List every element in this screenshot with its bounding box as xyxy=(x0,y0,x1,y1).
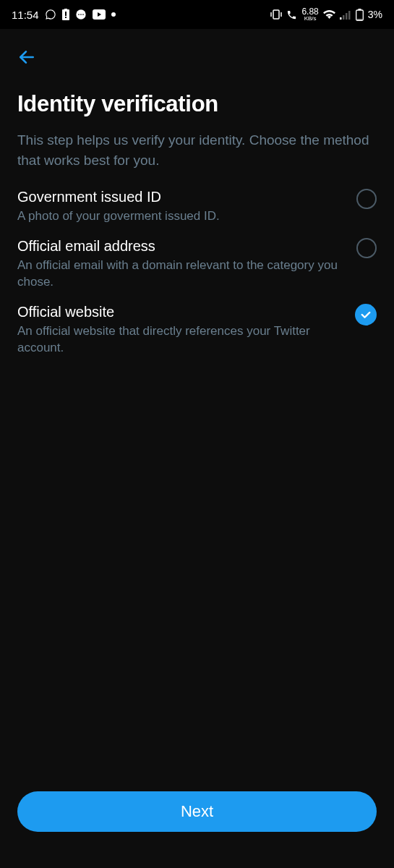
option-official-website[interactable]: Official website An official website tha… xyxy=(17,298,377,364)
battery-icon xyxy=(356,9,364,21)
radio-unchecked-icon xyxy=(356,238,377,258)
header: Identity verification xyxy=(0,78,394,123)
next-button-label: Next xyxy=(181,802,213,821)
svg-rect-17 xyxy=(356,10,363,20)
vibrate-icon xyxy=(270,9,282,20)
svg-rect-16 xyxy=(348,11,351,20)
option-desc: An official email with a domain relevant… xyxy=(17,258,342,291)
dot-icon xyxy=(111,12,116,17)
svg-point-7 xyxy=(82,14,84,15)
status-right: 6.88 KB/s 3% xyxy=(270,7,382,22)
svg-rect-2 xyxy=(65,12,67,16)
svg-rect-15 xyxy=(346,13,348,20)
svg-rect-14 xyxy=(343,15,345,20)
whatsapp-icon xyxy=(45,9,56,20)
app-content: Identity verification This step helps us… xyxy=(0,29,394,868)
radio-unchecked-icon xyxy=(356,189,377,209)
phone-icon xyxy=(286,9,297,20)
verification-options: Government issued ID A photo of your gov… xyxy=(0,183,394,364)
page-title: Identity verification xyxy=(17,91,377,117)
option-title: Government issued ID xyxy=(17,189,342,205)
page-subtitle: This step helps us verify your identity.… xyxy=(0,123,394,183)
battery-alert-icon xyxy=(62,9,69,20)
network-speed-indicator: 6.88 KB/s xyxy=(301,7,318,22)
svg-point-5 xyxy=(78,14,80,15)
option-title: Official website xyxy=(17,304,342,320)
next-button[interactable]: Next xyxy=(17,791,377,832)
wifi-icon xyxy=(323,9,335,20)
svg-rect-18 xyxy=(358,9,361,10)
svg-point-6 xyxy=(80,14,82,15)
svg-rect-19 xyxy=(356,19,362,20)
option-official-email[interactable]: Official email address An official email… xyxy=(17,232,377,298)
back-arrow-icon xyxy=(17,48,36,67)
chat-icon xyxy=(75,9,87,20)
check-icon xyxy=(359,308,372,321)
status-time: 11:54 xyxy=(12,9,39,21)
svg-rect-3 xyxy=(65,17,67,18)
radio-checked-icon xyxy=(355,304,377,326)
youtube-icon xyxy=(93,9,106,20)
svg-rect-1 xyxy=(64,9,67,10)
option-title: Official email address xyxy=(17,238,342,255)
option-desc: An official website that directly refere… xyxy=(17,323,342,357)
back-button[interactable] xyxy=(0,35,394,78)
option-government-id[interactable]: Government issued ID A photo of your gov… xyxy=(17,183,377,232)
svg-rect-10 xyxy=(273,10,279,19)
status-bar: 11:54 6.88 KB/s xyxy=(0,0,394,29)
svg-rect-13 xyxy=(340,17,342,20)
status-left: 11:54 xyxy=(12,9,116,21)
cellular-signal-icon xyxy=(340,10,351,20)
svg-point-9 xyxy=(111,12,116,17)
option-desc: A photo of your goverment issued ID. xyxy=(17,208,342,225)
battery-percent: 3% xyxy=(368,9,382,20)
